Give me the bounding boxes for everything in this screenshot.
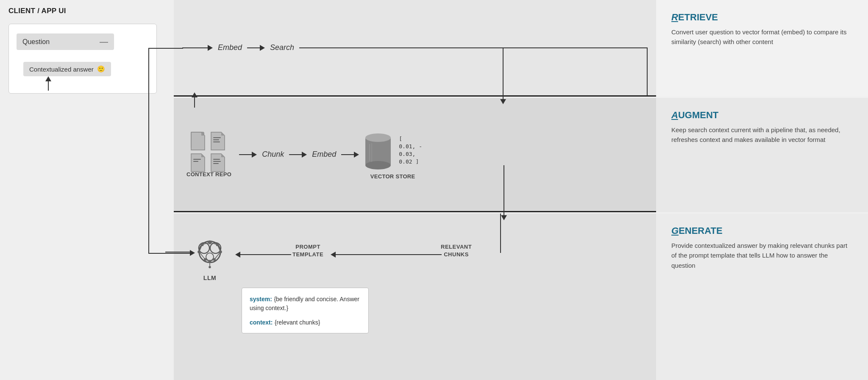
svg-point-30 [206,253,214,261]
line-from-left-generate [165,252,191,252]
generate-description: Provide contextualized answer by making … [671,241,853,270]
svg-rect-15 [193,159,201,160]
augment-band: CONTEXT REPO Chunk Embed [174,98,868,212]
app-ui-box: Question — Contextualized answer 🙂 [8,24,157,94]
vector-store-label: VECTOR STORE [370,173,415,180]
question-label: Question [22,38,50,46]
question-dash: — [100,37,108,47]
client-to-retrieve-line [148,48,183,49]
augment-title-rest: UGMENT [678,110,718,120]
prompt-template-label: PROMPT TEMPLATE [292,243,323,258]
context-repo-container: CONTEXT REPO [186,131,231,178]
svg-point-24 [365,133,391,142]
retrieve-info: RETRIEVE Convert user question to vector… [656,0,868,97]
vector-store-container: [ 0.01, - 0.03, 0.02 ] VECTOR STORE [363,129,422,180]
svg-rect-19 [213,159,220,160]
client-panel-title: CLIENT / APP UI [8,7,165,15]
relevant-chunks-label: RELEVANT CHUNKS [441,243,472,258]
svg-marker-14 [201,154,205,157]
answer-up-arrow [45,76,51,91]
prompt-box: system: {be friendly and concise. Answer… [242,288,369,333]
vector-values: [ 0.01, - 0.03, 0.02 ] [399,135,422,166]
svg-rect-10 [213,137,221,138]
generate-info: GENERATE Provide contextualized answer b… [656,214,868,380]
llm-container: LLM [191,235,229,281]
prompt-system-key: system: [250,296,272,302]
augment-info: AUGMENT Keep search context current with… [656,98,868,212]
prompt-context-key: context: [250,319,273,326]
search-label-retrieve: Search [270,43,294,52]
llm-label: LLM [203,275,216,281]
doc-icon-3 [190,153,207,172]
client-to-generate-line-h [148,253,192,254]
retrieve-flow: Embed Search [174,0,656,95]
augment-flow: CONTEXT REPO Chunk Embed [174,98,656,211]
doc-icon-2 [210,131,227,151]
arrow-to-llm [190,250,195,256]
doc-icon-1 [190,131,207,151]
svg-rect-12 [213,141,220,142]
generate-title: GENERATE [671,225,853,236]
generate-title-rest: ENERATE [679,225,723,236]
svg-point-48 [209,266,211,268]
svg-point-23 [365,161,391,169]
cylinder-icon [363,129,393,172]
answer-emoji: 🙂 [97,65,105,73]
answer-up-arrow-outer [192,92,198,108]
embed-label-augment: Embed [312,150,336,159]
v-arrow-augment-generate [501,165,507,220]
svg-rect-21 [213,163,219,164]
retrieve-band: Embed Search RETRIEVE Convert user quest… [174,0,868,97]
prompt-context-value: {relevant chunks} [275,319,320,326]
svg-rect-11 [213,139,219,140]
arrow-chunks-to-prompt [331,252,442,258]
augment-description: Keep search context current with a pipel… [671,125,853,145]
doc-icon-4 [210,153,227,172]
v-arrow-retrieve-augment [500,48,506,104]
augment-title-first: A [671,110,678,120]
retrieve-title-rest: ETRIEVE [678,12,718,22]
client-to-generate-line-v [148,49,149,254]
brain-icon [191,235,229,273]
chunk-label: Chunk [262,150,284,159]
generate-band: LLM PROMPT TEMPLATE RELEVANT CHUNKS [174,214,868,380]
answer-label: Contextualized answer [29,66,94,73]
context-repo-label: CONTEXT REPO [186,171,231,178]
client-panel: CLIENT / APP UI Question — Contextualize… [0,0,174,380]
svg-marker-9 [221,132,225,136]
arrow-prompt-to-llm [235,252,291,258]
svg-rect-16 [193,161,198,162]
answer-field: Contextualized answer 🙂 [23,62,111,76]
svg-marker-18 [221,154,225,157]
generate-title-first: G [671,225,679,236]
svg-rect-20 [213,161,221,162]
question-field: Question — [17,33,114,50]
augment-title: AUGMENT [671,110,853,121]
retrieve-title-first: R [671,12,678,22]
embed-label-retrieve: Embed [218,43,242,52]
retrieve-description: Convert user question to vector format (… [671,27,853,47]
retrieve-title: RETRIEVE [671,12,853,23]
